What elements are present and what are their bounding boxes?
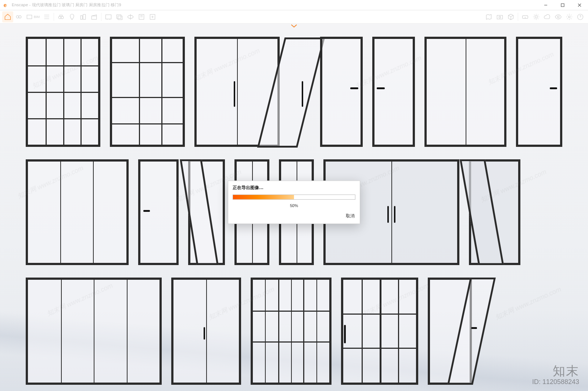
toolbar-separator	[518, 13, 518, 21]
door-slider-pair	[171, 278, 241, 385]
progress-percent: 50%	[228, 199, 360, 210]
door-slider-three	[26, 159, 129, 265]
window-maximize-button[interactable]	[554, 0, 571, 10]
clapper-icon[interactable]	[89, 11, 100, 22]
svg-rect-15	[497, 15, 503, 19]
door-grid-tall	[251, 278, 331, 385]
door-row	[26, 37, 562, 147]
export-image-icon[interactable]	[103, 11, 114, 22]
door-grid-small	[26, 37, 100, 147]
vr-icon[interactable]	[520, 11, 531, 22]
door-slider-four	[26, 278, 162, 385]
bim-icon[interactable]: BIM	[24, 11, 41, 22]
door-single-right	[372, 37, 415, 147]
door-grid-mixed	[110, 37, 184, 147]
window-titlebar: e Enscape - 现代玻璃推拉门 玻璃门 厨房门 厨房推拉门 移门9	[0, 0, 588, 10]
app-logo: e	[0, 0, 10, 10]
window-minimize-button[interactable]	[537, 0, 554, 10]
door-slider-two	[424, 37, 506, 147]
buildings-icon[interactable]	[78, 11, 89, 22]
dialog-title: 正在导出图像…	[228, 181, 360, 193]
svg-point-1	[16, 15, 19, 18]
export-progress-dialog: 正在导出图像… 50% 取消	[228, 180, 360, 224]
eye-icon[interactable]	[553, 11, 564, 22]
svg-point-4	[58, 16, 61, 19]
door-row	[26, 278, 562, 385]
svg-rect-7	[83, 14, 86, 19]
export-exe-icon[interactable]	[136, 11, 147, 22]
home-icon[interactable]	[2, 11, 13, 22]
cloud-icon[interactable]	[542, 11, 553, 22]
cancel-button[interactable]: 取消	[346, 213, 355, 219]
export-batch-icon[interactable]	[114, 11, 125, 22]
credit-overlay: 知末 ID: 1120588243	[532, 363, 579, 386]
marker-icon[interactable]	[67, 11, 78, 22]
help-icon[interactable]	[575, 11, 586, 22]
export-web-icon[interactable]	[147, 11, 158, 22]
door-double-swing	[194, 37, 280, 147]
door-frosted-swing	[469, 159, 520, 265]
credit-id: ID: 1120588243	[532, 378, 579, 386]
door-lever	[138, 159, 179, 265]
bim-label: BIM	[34, 15, 40, 19]
credit-brand: 知末	[532, 363, 579, 380]
svg-rect-10	[117, 15, 121, 18]
menu-icon[interactable]	[41, 11, 52, 22]
svg-rect-6	[80, 15, 82, 19]
gear-icon[interactable]	[564, 11, 575, 22]
toolbar-separator	[54, 13, 54, 21]
svg-rect-0	[561, 4, 564, 7]
door-swing-open	[516, 37, 562, 147]
door-ajar	[188, 159, 225, 265]
render-viewport[interactable]: 知末网 www.znzmo.com 知末网 www.znzmo.com 知末网 …	[0, 23, 588, 391]
svg-rect-8	[92, 16, 96, 19]
link-icon[interactable]	[13, 11, 24, 22]
svg-point-19	[557, 16, 559, 18]
main-toolbar: BIM	[0, 10, 588, 23]
progress-bar	[233, 194, 355, 199]
door-single-left	[320, 37, 363, 147]
map-icon[interactable]	[483, 11, 494, 22]
window-close-button[interactable]	[571, 0, 588, 10]
sun-icon[interactable]	[531, 11, 542, 22]
export-360-icon[interactable]	[125, 11, 136, 22]
toolbar-separator	[101, 13, 101, 21]
binoculars-icon[interactable]	[55, 11, 67, 22]
svg-point-18	[535, 15, 538, 18]
svg-point-5	[61, 16, 64, 19]
svg-rect-11	[118, 16, 122, 19]
camera-icon[interactable]	[494, 11, 505, 22]
svg-rect-3	[27, 15, 32, 19]
door-grid-9	[341, 278, 418, 385]
window-title: Enscape - 现代玻璃推拉门 玻璃门 厨房门 厨房推拉门 移门9	[10, 2, 537, 8]
svg-point-2	[19, 15, 21, 18]
svg-rect-9	[106, 15, 111, 19]
svg-point-16	[499, 16, 501, 18]
progress-fill	[233, 195, 294, 199]
svg-point-20	[569, 16, 570, 18]
cube-icon[interactable]	[505, 11, 516, 22]
door-open-right	[428, 278, 472, 385]
